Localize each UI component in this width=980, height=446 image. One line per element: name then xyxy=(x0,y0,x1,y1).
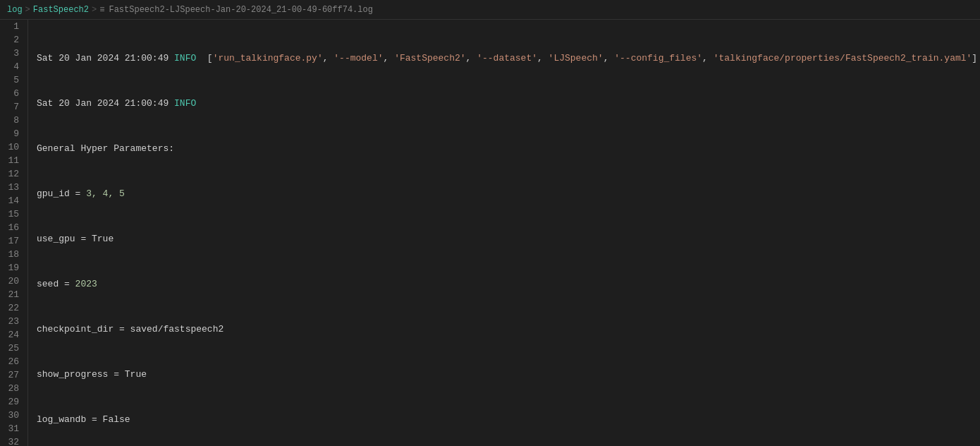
line-numbers: 1 2 3 4 5 6 7 8 9 10 11 12 13 14 15 16 1… xyxy=(0,20,28,446)
code-line-8: show_progress = True xyxy=(37,368,980,381)
file-icon: ≡ xyxy=(99,5,104,15)
breadcrumb-fastspeech2[interactable]: FastSpeech2 xyxy=(33,5,89,15)
code-line-2: Sat 20 Jan 2024 21:00:49 INFO xyxy=(37,97,980,110)
code-line-6: seed = 2023 xyxy=(37,277,980,291)
code-line-3: General Hyper Parameters: xyxy=(37,142,980,155)
editor-area: 1 2 3 4 5 6 7 8 9 10 11 12 13 14 15 16 1… xyxy=(0,20,980,446)
code-line-9: log_wandb = False xyxy=(37,413,980,426)
breadcrumb-filename: FastSpeech2-LJSpeech-Jan-20-2024_21-00-4… xyxy=(109,5,372,15)
code-content: Sat 20 Jan 2024 21:00:49 INFO ['run_talk… xyxy=(28,20,980,446)
breadcrumb: log > FastSpeech2 > ≡ FastSpeech2-LJSpee… xyxy=(0,0,980,20)
code-line-1: Sat 20 Jan 2024 21:00:49 INFO ['run_talk… xyxy=(37,52,980,65)
code-line-7: checkpoint_dir = saved/fastspeech2 xyxy=(37,323,980,336)
code-line-4: gpu_id = 3, 4, 5 xyxy=(37,187,980,200)
code-line-5: use_gpu = True xyxy=(37,232,980,246)
breadcrumb-log[interactable]: log xyxy=(7,5,23,15)
